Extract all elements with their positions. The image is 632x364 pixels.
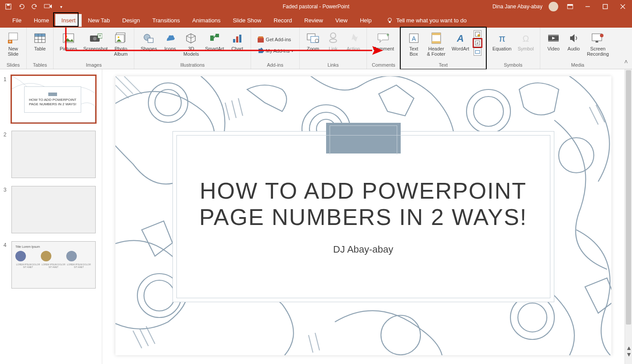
svg-point-9 [388,18,391,21]
prev-slide-icon[interactable]: ⯅ [627,346,631,351]
chart-icon [230,31,244,45]
photo-album-button[interactable]: Photo Album [111,29,130,61]
redo-icon[interactable] [31,3,39,11]
collapse-ribbon-icon[interactable]: ᐱ [625,59,628,64]
object-icon[interactable] [474,48,481,56]
icons-button[interactable]: Icons [161,29,180,61]
shapes-button[interactable]: Shapes [138,29,159,61]
svg-rect-32 [210,36,214,41]
svg-rect-1 [7,4,10,6]
tab-design[interactable]: Design [116,14,146,27]
wordart-button[interactable]: AWordArt [449,29,472,61]
tab-insert[interactable]: Insert [55,14,82,27]
svg-rect-10 [389,21,391,23]
svg-text:A: A [456,33,464,44]
tab-help[interactable]: Help [354,14,378,27]
svg-line-84 [140,328,148,346]
smartart-icon [208,31,222,45]
ribbon-display-icon[interactable] [564,1,576,12]
audio-button[interactable]: Audio [564,29,583,61]
save-icon[interactable] [4,3,12,11]
tell-me-search[interactable]: Tell me what you want to do [387,17,467,24]
start-from-beginning-icon[interactable] [44,3,52,11]
table-icon [33,31,47,45]
screen-recording-button[interactable]: Screen Recording [584,29,611,61]
smartart-button[interactable]: SmartArt [202,29,226,61]
textbox-icon: A [407,31,421,45]
svg-text:Ω: Ω [522,34,529,43]
svg-line-83 [133,331,142,348]
new-slide-button[interactable]: + New Slide [4,29,23,61]
slide-editor[interactable]: HOW TO ADD POWERPOINT PAGE NUMBERS IN 2 … [102,69,625,364]
tab-animations[interactable]: Animations [186,14,226,27]
my-addins-button[interactable]: My Add-ins ▾ [255,46,296,55]
qat-dropdown-icon[interactable]: ▾ [57,3,65,11]
thumb-1[interactable]: 1 HOW TO ADD POWERPOINT PAGE NUMBERS IN … [4,75,96,123]
maximize-button[interactable] [600,1,611,12]
3d-models-button[interactable]: 3D Models [181,29,201,61]
slide-number-icon[interactable]: # [474,39,481,47]
screenshot-button[interactable]: +Screenshot [81,29,111,61]
svg-point-76 [510,296,554,339]
thumb-3[interactable]: 3 [4,186,96,233]
svg-rect-31 [148,38,153,43]
photo-album-icon [114,31,128,45]
close-button[interactable] [617,1,628,12]
video-button[interactable]: Video [544,29,563,61]
link-button: Link [323,29,343,61]
svg-rect-35 [236,36,238,43]
group-illustrations: Shapes Icons 3D Models SmartArt Chart Il… [134,28,251,69]
tab-home[interactable]: Home [28,14,55,27]
svg-rect-33 [215,34,219,37]
tab-record[interactable]: Record [267,14,298,27]
pictures-button[interactable]: Pictures [57,29,80,61]
tab-review[interactable]: Review [298,14,329,27]
thumb-4[interactable]: 4 Title Lorem Ipsum LOREM IPSUM DOLOR SI… [4,241,96,289]
svg-rect-39 [311,36,319,43]
svg-rect-58 [548,35,559,36]
window-title: Faded pastoral - PowerPoint [283,4,349,10]
group-text: AText Box Header & Footer AWordArt # Tex… [401,28,486,69]
title-bar-right: Dina Jane Abay-abay [492,1,628,12]
svg-rect-47 [432,33,441,35]
screenshot-icon: + [89,31,103,45]
thumb-2[interactable]: 2 [4,131,96,178]
scroll-thumb[interactable] [626,70,631,325]
date-time-icon[interactable] [474,30,481,38]
equation-button[interactable]: πEquation [490,29,514,61]
header-footer-button[interactable]: Header & Footer [424,29,448,61]
svg-rect-48 [432,41,441,43]
svg-text:+: + [386,32,389,38]
text-box-button[interactable]: AText Box [404,29,424,61]
icons-icon [163,31,177,45]
svg-rect-36 [239,35,241,43]
tab-file[interactable]: File [6,14,28,27]
tab-transitions[interactable]: Transitions [146,14,186,27]
svg-point-71 [474,96,503,126]
svg-line-85 [146,326,155,344]
text-small-buttons: # [473,29,482,61]
tab-view[interactable]: View [329,14,354,27]
audio-icon [567,31,581,45]
vertical-scrollbar[interactable]: ⯅ ⯆ [625,69,632,364]
undo-icon[interactable] [18,3,25,11]
table-button[interactable]: Table [30,29,50,61]
tab-newtab[interactable]: New Tab [82,14,116,27]
next-slide-icon[interactable]: ⯆ [627,352,631,357]
slide-title[interactable]: HOW TO ADD POWERPOINT PAGE NUMBERS IN 2 … [194,178,532,231]
svg-point-74 [144,280,175,311]
user-name[interactable]: Dina Jane Abay-abay [492,4,542,10]
user-avatar[interactable] [549,2,558,11]
slide-panel[interactable]: 1 HOW TO ADD POWERPOINT PAGE NUMBERS IN … [0,69,102,364]
svg-line-78 [225,103,230,120]
chart-button[interactable]: Chart [228,29,247,61]
get-addins-button[interactable]: Get Add-ins [255,35,296,44]
minimize-button[interactable] [582,1,593,12]
svg-point-22 [65,36,67,37]
slide-subtitle[interactable]: DJ Abay-abay [333,244,393,255]
tab-slideshow[interactable]: Slide Show [226,14,267,27]
comment-button[interactable]: +Comment [370,29,397,61]
slide-canvas[interactable]: HOW TO ADD POWERPOINT PAGE NUMBERS IN 2 … [115,76,611,355]
zoom-button[interactable]: Zoom [303,29,323,61]
svg-line-79 [232,100,236,118]
